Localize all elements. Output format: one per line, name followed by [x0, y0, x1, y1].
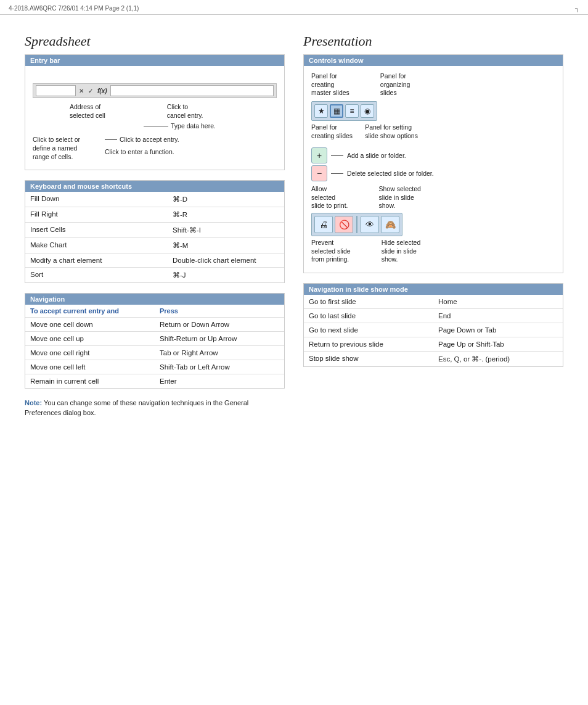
slideshow-action: Go to next slide	[304, 323, 433, 337]
header-text: 4-2018.AW6QRC 7/26/01 4:14 PM Page 2 (1,…	[9, 5, 139, 12]
accept-icon[interactable]: ✓	[87, 88, 94, 94]
nav-key: Tab or Right Arrow	[155, 346, 284, 360]
shortcut-action: Insert Cells	[25, 223, 168, 238]
shortcuts-header: Keyboard and mouse shortcuts	[25, 181, 284, 192]
slideshow-action: Stop slide show	[304, 352, 433, 367]
shortcut-key: ⌘-R	[168, 207, 284, 223]
slideshow-action: Go to first slide	[304, 295, 433, 309]
nav-note: Note: You can change some of these navig…	[25, 398, 285, 418]
controls-header: Controls window	[304, 55, 563, 66]
nav-key: Shift-Return or Up Arrow	[155, 332, 284, 346]
slideshow-key: Page Up or Shift-Tab	[433, 337, 563, 352]
shortcut-action: Sort	[25, 268, 168, 283]
shortcut-row: Make Chart⌘-M	[25, 238, 284, 254]
delete-slide-button[interactable]: −	[311, 165, 327, 181]
ann-accept: Click to accept entry.	[105, 136, 179, 143]
nav-key: Return or Down Arrow	[155, 318, 284, 332]
shortcut-row: Sort⌘-J	[25, 268, 284, 283]
shortcut-action: Fill Down	[25, 192, 168, 207]
panel-icon-settings[interactable]: ◉	[361, 104, 374, 118]
panel-icon-org[interactable]: ≡	[345, 104, 359, 118]
ann-select: Click to select or define a named range …	[33, 136, 80, 161]
controls-top-annotations: Panel for creating master slides Panel f…	[311, 72, 555, 97]
navigation-header: Navigation	[25, 294, 284, 305]
shortcut-row: Fill Down⌘-D	[25, 192, 284, 207]
cancel-icon[interactable]: ✕	[78, 88, 85, 94]
print-icon[interactable]: 🖨	[314, 216, 333, 233]
nav-table: Move one cell downReturn or Down ArrowMo…	[25, 318, 284, 388]
shortcut-key: ⌘-J	[168, 268, 284, 283]
ann-function: Click to enter a function.	[105, 148, 179, 155]
slideshow-key: End	[433, 309, 563, 323]
slideshow-row: Go to next slidePage Down or Tab	[304, 323, 563, 337]
nav-row: Remain in current cellEnter	[25, 374, 284, 389]
shortcuts-box: Keyboard and mouse shortcuts Fill Down⌘-…	[25, 180, 285, 283]
controls-inner: Panel for creating master slides Panel f…	[304, 66, 563, 273]
spreadsheet-title: Spreadsheet	[25, 33, 285, 49]
shortcut-row: Fill Right⌘-R	[25, 207, 284, 223]
no-print-icon[interactable]: 🚫	[335, 216, 353, 233]
add-slide-button[interactable]: +	[311, 147, 327, 163]
presentation-section: Presentation Controls window Panel for c…	[303, 33, 563, 418]
nav-col1-header: To accept current entry and	[25, 305, 155, 317]
shortcut-action: Fill Right	[25, 207, 168, 223]
shortcut-key: ⌘-D	[168, 192, 284, 207]
nav-col-headers: To accept current entry and Press	[25, 305, 284, 318]
panel-icon-star[interactable]: ★	[314, 104, 328, 118]
ann-prevent-print: Prevent selected slide from printing.	[311, 239, 351, 264]
corner-mark: ┐	[575, 5, 579, 12]
ann-hide-selected: Hide selected slide in slide show.	[382, 239, 421, 264]
ann-panel-setting: Panel for setting slide show options	[365, 123, 418, 140]
shortcut-key: ⌘-M	[168, 238, 284, 254]
shortcut-key: Double-click chart element	[168, 254, 284, 268]
prevent-hide-annotations: Prevent selected slide from printing. Hi…	[311, 239, 555, 264]
ann-address: Address of selected cell	[70, 103, 105, 120]
nav-action: Move one cell right	[25, 346, 155, 360]
nav-row: Move one cell leftShift-Tab or Left Arro…	[25, 360, 284, 374]
ann-show-selected: Show selected slide in slide show.	[379, 185, 421, 210]
allow-show-annotations: Allow selected slide to print. Show sele…	[311, 185, 555, 210]
nav-action: Move one cell down	[25, 318, 155, 332]
shortcut-action: Make Chart	[25, 238, 168, 254]
slideshow-row: Stop slide showEsc, Q, or ⌘-. (period)	[304, 352, 563, 367]
ann-panel-organizing: Panel for organizing slides	[380, 72, 410, 97]
slideshow-row: Return to previous slidePage Up or Shift…	[304, 337, 563, 352]
slideshow-table: Go to first slideHomeGo to last slideEnd…	[304, 295, 563, 366]
slideshow-row: Go to last slideEnd	[304, 309, 563, 323]
show-icon[interactable]: 👁	[361, 216, 379, 233]
slideshow-key: Page Down or Tab	[433, 323, 563, 337]
panel-icon-slide[interactable]: ▦	[330, 104, 343, 118]
nav-action: Move one cell up	[25, 332, 155, 346]
icon-separator	[356, 216, 357, 233]
slideshow-header: Navigation in slide show mode	[304, 284, 563, 295]
ann-type-data: Type data here.	[144, 122, 277, 130]
controls-box: Controls window Panel for creating maste…	[303, 54, 563, 273]
nav-action: Remain in current cell	[25, 374, 155, 389]
shortcuts-table: Fill Down⌘-DFill Right⌘-RInsert CellsShi…	[25, 192, 284, 282]
name-box[interactable]	[36, 85, 76, 96]
hide-icon[interactable]: 🙈	[381, 216, 399, 233]
slideshow-row: Go to first slideHome	[304, 295, 563, 309]
entry-bar-header: Entry bar	[25, 55, 284, 66]
nav-row: Move one cell rightTab or Right Arrow	[25, 346, 284, 360]
ann-panel-master: Panel for creating master slides	[311, 72, 349, 97]
entry-bar-inner: ✕ ✓ f(x) Address of selected cell Click …	[25, 66, 284, 170]
shortcut-action: Modify a chart element	[25, 254, 168, 268]
shortcut-key: Shift-⌘-I	[168, 223, 284, 238]
nav-row: Move one cell upShift-Return or Up Arrow	[25, 332, 284, 346]
nav-col2-header: Press	[155, 305, 183, 317]
add-delete-row: + Add a slide or folder. − Delete select…	[311, 147, 555, 181]
spreadsheet-section: Spreadsheet Entry bar ✕ ✓ f(x)	[25, 33, 285, 418]
ann-add-slide: Add a slide or folder.	[347, 152, 406, 159]
ann-delete-slide: Delete selected slide or folder.	[347, 170, 434, 177]
function-icon[interactable]: f(x)	[96, 88, 108, 94]
slideshow-action: Return to previous slide	[304, 337, 433, 352]
shortcut-row: Modify a chart elementDouble-click chart…	[25, 254, 284, 268]
slideshow-key: Esc, Q, or ⌘-. (period)	[433, 352, 563, 367]
slide-control-icons: 🖨 🚫 👁 🙈	[311, 213, 402, 236]
entry-bar-annotations: Address of selected cell Click to cancel…	[33, 103, 277, 161]
page-header: 4-2018.AW6QRC 7/26/01 4:14 PM Page 2 (1,…	[0, 0, 588, 15]
formula-bar[interactable]	[110, 85, 274, 96]
slideshow-box: Navigation in slide show mode Go to firs…	[303, 283, 563, 367]
controls-bottom-top-annotations: Panel for creating slides Panel for sett…	[311, 123, 555, 140]
